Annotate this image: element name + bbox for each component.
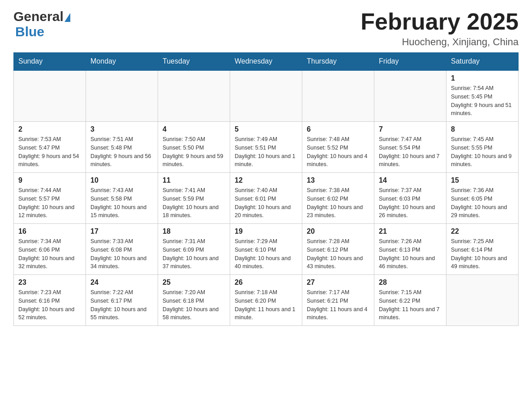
table-row: 16Sunrise: 7:34 AMSunset: 6:06 PMDayligh… xyxy=(14,224,86,275)
day-info: Sunrise: 7:50 AMSunset: 5:50 PMDaylight:… xyxy=(163,135,225,169)
day-number: 20 xyxy=(307,227,369,235)
table-row xyxy=(374,70,446,122)
day-number: 27 xyxy=(307,278,369,287)
day-info: Sunrise: 7:37 AMSunset: 6:03 PMDaylight:… xyxy=(379,186,442,220)
table-row: 1Sunrise: 7:54 AMSunset: 5:45 PMDaylight… xyxy=(446,70,519,122)
day-info: Sunrise: 7:51 AMSunset: 5:48 PMDaylight:… xyxy=(90,135,153,169)
table-row: 28Sunrise: 7:15 AMSunset: 6:22 PMDayligh… xyxy=(374,275,446,326)
day-number: 5 xyxy=(235,125,297,133)
day-number: 22 xyxy=(451,227,514,235)
day-info: Sunrise: 7:25 AMSunset: 6:14 PMDaylight:… xyxy=(451,237,514,271)
table-row: 10Sunrise: 7:43 AMSunset: 5:58 PMDayligh… xyxy=(86,173,158,224)
table-row: 21Sunrise: 7:26 AMSunset: 6:13 PMDayligh… xyxy=(374,224,446,275)
day-info: Sunrise: 7:41 AMSunset: 5:59 PMDaylight:… xyxy=(163,186,225,220)
day-info: Sunrise: 7:36 AMSunset: 6:05 PMDaylight:… xyxy=(451,186,514,220)
day-number: 12 xyxy=(235,176,297,184)
calendar-table: Sunday Monday Tuesday Wednesday Thursday… xyxy=(13,52,519,326)
day-info: Sunrise: 7:38 AMSunset: 6:02 PMDaylight:… xyxy=(307,186,369,220)
table-row: 7Sunrise: 7:47 AMSunset: 5:54 PMDaylight… xyxy=(374,122,446,173)
day-number: 10 xyxy=(90,176,153,184)
table-row: 26Sunrise: 7:18 AMSunset: 6:20 PMDayligh… xyxy=(230,275,302,326)
logo: General Blue xyxy=(13,9,70,39)
day-number: 2 xyxy=(18,125,81,133)
day-number: 16 xyxy=(18,227,81,235)
header-saturday: Saturday xyxy=(446,53,519,71)
header-monday: Monday xyxy=(86,53,158,71)
table-row: 6Sunrise: 7:48 AMSunset: 5:52 PMDaylight… xyxy=(302,122,374,173)
day-info: Sunrise: 7:15 AMSunset: 6:22 PMDaylight:… xyxy=(379,288,442,322)
calendar-week-row: 1Sunrise: 7:54 AMSunset: 5:45 PMDaylight… xyxy=(14,70,519,122)
day-number: 23 xyxy=(18,278,81,287)
table-row: 24Sunrise: 7:22 AMSunset: 6:17 PMDayligh… xyxy=(86,275,158,326)
table-row: 11Sunrise: 7:41 AMSunset: 5:59 PMDayligh… xyxy=(158,173,230,224)
day-number: 8 xyxy=(451,125,514,133)
day-info: Sunrise: 7:44 AMSunset: 5:57 PMDaylight:… xyxy=(18,186,81,220)
header-sunday: Sunday xyxy=(14,53,86,71)
day-number: 25 xyxy=(163,278,225,287)
day-number: 28 xyxy=(379,278,442,287)
day-info: Sunrise: 7:20 AMSunset: 6:18 PMDaylight:… xyxy=(163,288,225,322)
page-header: General Blue February 2025 Huocheng, Xin… xyxy=(13,9,519,48)
table-row xyxy=(14,70,86,122)
day-number: 13 xyxy=(307,176,369,184)
month-title: February 2025 xyxy=(360,9,519,34)
table-row: 27Sunrise: 7:17 AMSunset: 6:21 PMDayligh… xyxy=(302,275,374,326)
table-row xyxy=(158,70,230,122)
table-row: 8Sunrise: 7:45 AMSunset: 5:55 PMDaylight… xyxy=(446,122,519,173)
table-row: 25Sunrise: 7:20 AMSunset: 6:18 PMDayligh… xyxy=(158,275,230,326)
day-number: 3 xyxy=(90,125,153,133)
day-number: 17 xyxy=(90,227,153,235)
day-info: Sunrise: 7:34 AMSunset: 6:06 PMDaylight:… xyxy=(18,237,81,271)
day-info: Sunrise: 7:47 AMSunset: 5:54 PMDaylight:… xyxy=(379,135,442,169)
day-number: 26 xyxy=(235,278,297,287)
day-info: Sunrise: 7:29 AMSunset: 6:10 PMDaylight:… xyxy=(235,237,297,271)
day-info: Sunrise: 7:53 AMSunset: 5:47 PMDaylight:… xyxy=(18,135,81,169)
day-number: 4 xyxy=(163,125,225,133)
header-thursday: Thursday xyxy=(302,53,374,71)
day-info: Sunrise: 7:54 AMSunset: 5:45 PMDaylight:… xyxy=(451,84,514,118)
table-row: 13Sunrise: 7:38 AMSunset: 6:02 PMDayligh… xyxy=(302,173,374,224)
calendar-week-row: 23Sunrise: 7:23 AMSunset: 6:16 PMDayligh… xyxy=(14,275,519,326)
day-info: Sunrise: 7:48 AMSunset: 5:52 PMDaylight:… xyxy=(307,135,369,169)
day-number: 18 xyxy=(163,227,225,235)
table-row xyxy=(302,70,374,122)
day-number: 1 xyxy=(451,74,514,82)
table-row: 2Sunrise: 7:53 AMSunset: 5:47 PMDaylight… xyxy=(14,122,86,173)
header-tuesday: Tuesday xyxy=(158,53,230,71)
day-info: Sunrise: 7:18 AMSunset: 6:20 PMDaylight:… xyxy=(235,288,297,322)
header-wednesday: Wednesday xyxy=(230,53,302,71)
table-row: 9Sunrise: 7:44 AMSunset: 5:57 PMDaylight… xyxy=(14,173,86,224)
day-info: Sunrise: 7:26 AMSunset: 6:13 PMDaylight:… xyxy=(379,237,442,271)
weekday-header-row: Sunday Monday Tuesday Wednesday Thursday… xyxy=(14,53,519,71)
table-row: 18Sunrise: 7:31 AMSunset: 6:09 PMDayligh… xyxy=(158,224,230,275)
table-row: 23Sunrise: 7:23 AMSunset: 6:16 PMDayligh… xyxy=(14,275,86,326)
header-friday: Friday xyxy=(374,53,446,71)
day-number: 14 xyxy=(379,176,442,184)
location-text: Huocheng, Xinjiang, China xyxy=(360,36,519,48)
table-row: 12Sunrise: 7:40 AMSunset: 6:01 PMDayligh… xyxy=(230,173,302,224)
table-row: 19Sunrise: 7:29 AMSunset: 6:10 PMDayligh… xyxy=(230,224,302,275)
day-info: Sunrise: 7:40 AMSunset: 6:01 PMDaylight:… xyxy=(235,186,297,220)
calendar-week-row: 2Sunrise: 7:53 AMSunset: 5:47 PMDaylight… xyxy=(14,122,519,173)
calendar-week-row: 16Sunrise: 7:34 AMSunset: 6:06 PMDayligh… xyxy=(14,224,519,275)
table-row: 15Sunrise: 7:36 AMSunset: 6:05 PMDayligh… xyxy=(446,173,519,224)
day-number: 6 xyxy=(307,125,369,133)
logo-blue-text: Blue xyxy=(15,24,44,39)
table-row xyxy=(86,70,158,122)
day-info: Sunrise: 7:17 AMSunset: 6:21 PMDaylight:… xyxy=(307,288,369,322)
day-info: Sunrise: 7:31 AMSunset: 6:09 PMDaylight:… xyxy=(163,237,225,271)
day-number: 21 xyxy=(379,227,442,235)
table-row: 5Sunrise: 7:49 AMSunset: 5:51 PMDaylight… xyxy=(230,122,302,173)
logo-general-text: General xyxy=(13,9,64,24)
day-info: Sunrise: 7:49 AMSunset: 5:51 PMDaylight:… xyxy=(235,135,297,169)
calendar-week-row: 9Sunrise: 7:44 AMSunset: 5:57 PMDaylight… xyxy=(14,173,519,224)
day-number: 15 xyxy=(451,176,514,184)
day-info: Sunrise: 7:33 AMSunset: 6:08 PMDaylight:… xyxy=(90,237,153,271)
day-info: Sunrise: 7:43 AMSunset: 5:58 PMDaylight:… xyxy=(90,186,153,220)
day-info: Sunrise: 7:28 AMSunset: 6:12 PMDaylight:… xyxy=(307,237,369,271)
day-number: 9 xyxy=(18,176,81,184)
table-row xyxy=(446,275,519,326)
table-row: 3Sunrise: 7:51 AMSunset: 5:48 PMDaylight… xyxy=(86,122,158,173)
table-row: 22Sunrise: 7:25 AMSunset: 6:14 PMDayligh… xyxy=(446,224,519,275)
table-row: 17Sunrise: 7:33 AMSunset: 6:08 PMDayligh… xyxy=(86,224,158,275)
